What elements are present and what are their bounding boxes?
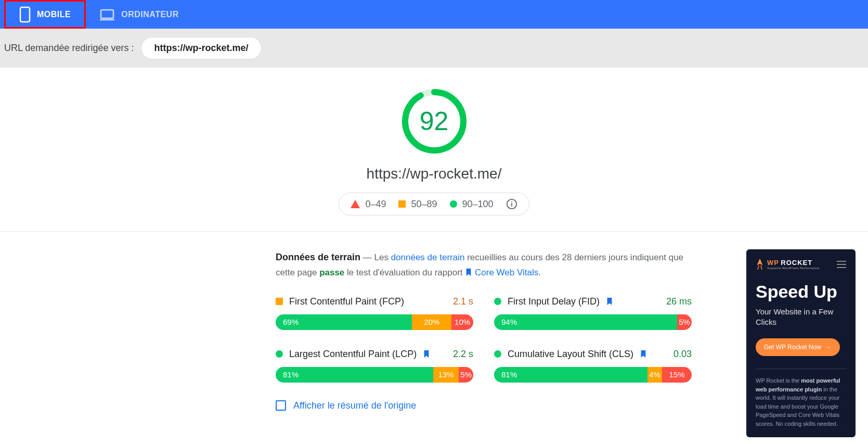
mobile-icon bbox=[19, 6, 31, 23]
field-mid2: le test d'évaluation du rapport bbox=[344, 268, 465, 277]
cls-avg: 4% bbox=[647, 367, 662, 383]
origin-summary-label: Afficher le résumé de l'origine bbox=[293, 400, 416, 411]
sidecard-desc: WP Rocket is the most powerful web perfo… bbox=[756, 369, 846, 428]
cta-get-wp-rocket[interactable]: Get WP Rocket Now → bbox=[756, 338, 840, 356]
metric-fcp-label: First Contentful Paint (FCP) bbox=[289, 296, 404, 307]
score-value: 92 bbox=[420, 106, 449, 136]
desktop-icon bbox=[99, 8, 115, 21]
tab-mobile[interactable]: MOBILE bbox=[4, 0, 86, 29]
field-sep: — Les bbox=[360, 252, 391, 262]
field-data-section: Données de terrain — Les données de terr… bbox=[276, 249, 692, 437]
sidecard-headline: Speed Up bbox=[756, 282, 846, 301]
dot-green-icon bbox=[494, 298, 501, 305]
metric-lcp-value: 2.2 s bbox=[453, 349, 473, 360]
dot-green-icon bbox=[450, 200, 457, 208]
logo-rocket: ROCKET bbox=[781, 259, 812, 267]
origin-summary-toggle[interactable]: Afficher le résumé de l'origine bbox=[276, 400, 692, 411]
legend-avg-label: 50–89 bbox=[411, 199, 437, 210]
wp-rocket-logo: WP ROCKET Supreme WordPress Performance bbox=[756, 259, 819, 270]
metric-cls-label: Cumulative Layout Shift (CLS) bbox=[508, 349, 633, 360]
metric-lcp: Largest Contentful Paint (LCP) 2.2 s 81%… bbox=[276, 349, 473, 383]
tab-desktop-label: ORDINATEUR bbox=[121, 10, 178, 19]
score-legend: 0–49 50–89 90–100 bbox=[339, 193, 529, 215]
cls-poor: 15% bbox=[662, 367, 692, 383]
cls-good: 81% bbox=[494, 367, 647, 383]
legend-good-label: 90–100 bbox=[462, 199, 494, 210]
legend-poor-label: 0–49 bbox=[365, 199, 386, 210]
redirect-label: URL demandée redirigée vers : bbox=[4, 43, 134, 54]
svg-rect-5 bbox=[511, 203, 512, 206]
metric-fid-label: First Input Delay (FID) bbox=[508, 296, 600, 307]
legend-good: 90–100 bbox=[450, 199, 494, 210]
desc-pre: WP Rocket is the bbox=[756, 377, 801, 384]
field-pass: passe bbox=[319, 268, 344, 277]
metric-fid-bar: 94% 5% bbox=[494, 314, 692, 330]
field-title: Données de terrain bbox=[276, 252, 360, 262]
score-section: 92 https://wp-rocket.me/ 0–49 50–89 90–1… bbox=[0, 68, 868, 232]
metric-lcp-label: Largest Contentful Paint (LCP) bbox=[289, 349, 417, 360]
lcp-poor: 5% bbox=[459, 367, 473, 383]
metrics-grid: First Contentful Paint (FCP) 2.1 s 69% 2… bbox=[276, 296, 692, 383]
metric-fid-value: 26 ms bbox=[666, 296, 692, 307]
fcp-avg: 20% bbox=[412, 314, 451, 330]
tested-url: https://wp-rocket.me/ bbox=[0, 166, 868, 182]
fid-poor: 5% bbox=[677, 314, 692, 330]
legend-average: 50–89 bbox=[398, 199, 437, 210]
svg-rect-1 bbox=[101, 10, 113, 18]
metric-lcp-bar: 81% 13% 5% bbox=[276, 367, 473, 383]
field-intro: Données de terrain — Les données de terr… bbox=[276, 249, 692, 281]
metric-fid: First Input Delay (FID) 26 ms 94% 5% bbox=[494, 296, 692, 330]
arrow-right-icon: → bbox=[825, 344, 832, 351]
bookmark-icon bbox=[465, 268, 472, 276]
checkbox-icon[interactable] bbox=[276, 400, 286, 411]
legend-poor: 0–49 bbox=[351, 199, 386, 210]
metric-fcp: First Contentful Paint (FCP) 2.1 s 69% 2… bbox=[276, 296, 473, 330]
svg-rect-0 bbox=[20, 7, 30, 22]
info-icon[interactable] bbox=[506, 198, 517, 210]
bookmark-icon bbox=[640, 350, 647, 358]
left-spacer bbox=[12, 249, 276, 437]
cta-label: Get WP Rocket Now bbox=[764, 344, 821, 351]
square-orange-icon bbox=[276, 298, 283, 305]
hamburger-icon[interactable] bbox=[837, 261, 846, 268]
wp-rocket-card: WP ROCKET Supreme WordPress Performance … bbox=[746, 249, 856, 437]
tab-desktop[interactable]: ORDINATEUR bbox=[86, 0, 192, 29]
bookmark-icon bbox=[423, 350, 430, 358]
fcp-good: 69% bbox=[276, 314, 412, 330]
metric-cls-bar: 81% 4% 15% bbox=[494, 367, 692, 383]
dot-green-icon bbox=[276, 350, 283, 358]
dot-green-icon bbox=[494, 350, 501, 358]
square-orange-icon bbox=[398, 200, 406, 208]
field-dot: . bbox=[538, 268, 541, 277]
sidecard-wrap: WP ROCKET Supreme WordPress Performance … bbox=[692, 249, 856, 437]
lcp-good: 81% bbox=[276, 367, 433, 383]
svg-rect-6 bbox=[511, 201, 512, 202]
bookmark-icon bbox=[606, 297, 613, 306]
score-gauge: 92 bbox=[400, 87, 468, 155]
lcp-avg: 13% bbox=[433, 367, 459, 383]
field-data-link[interactable]: données de terrain bbox=[391, 252, 465, 262]
rocket-icon bbox=[756, 259, 764, 270]
redirect-url-chip[interactable]: https://wp-rocket.me/ bbox=[141, 37, 261, 59]
metric-fcp-value: 2.1 s bbox=[453, 296, 473, 307]
device-tabbar: MOBILE ORDINATEUR bbox=[0, 0, 868, 29]
metric-cls: Cumulative Layout Shift (CLS) 0.03 81% 4… bbox=[494, 349, 692, 383]
logo-sub: Supreme WordPress Performance bbox=[767, 267, 819, 270]
triangle-red-icon bbox=[351, 200, 360, 208]
sidecard-tagline: Your Website in a Few Clicks bbox=[756, 307, 846, 327]
metric-cls-value: 0.03 bbox=[673, 349, 692, 360]
tab-mobile-label: MOBILE bbox=[37, 10, 71, 19]
metric-fcp-bar: 69% 20% 10% bbox=[276, 314, 473, 330]
redirect-bar: URL demandée redirigée vers : https://wp… bbox=[0, 29, 868, 68]
fid-good: 94% bbox=[494, 314, 677, 330]
cwv-link[interactable]: Core Web Vitals bbox=[475, 268, 538, 277]
fcp-poor: 10% bbox=[451, 314, 473, 330]
main-content: Données de terrain — Les données de terr… bbox=[0, 232, 868, 437]
logo-wp: WP bbox=[767, 259, 779, 267]
